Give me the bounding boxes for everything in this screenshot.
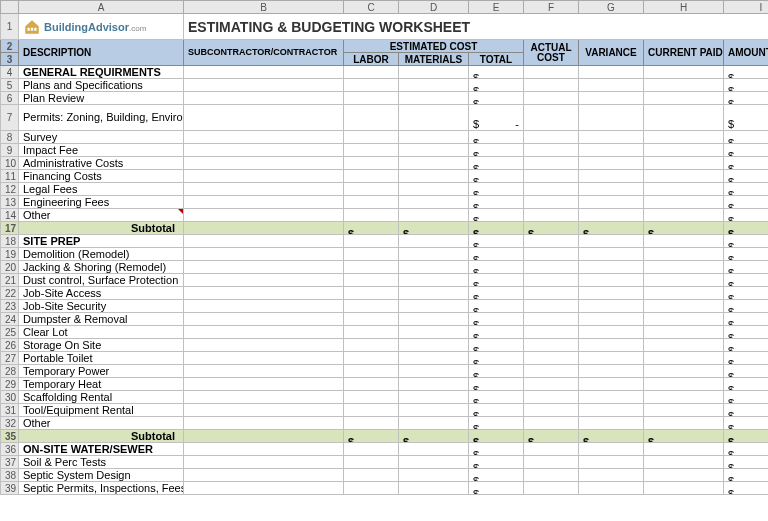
actual-cell[interactable] [524,92,579,105]
subcontractor-cell[interactable] [184,352,344,365]
amountdue-cell[interactable]: $- [724,417,769,430]
labor-cell[interactable] [344,443,399,456]
actual-cell[interactable] [524,261,579,274]
materials-cell[interactable] [399,339,469,352]
labor-cell[interactable] [344,391,399,404]
description-cell[interactable]: Clear Lot [19,326,184,339]
variance-cell[interactable] [579,456,644,469]
subcontractor-cell[interactable] [184,313,344,326]
subcontractor-cell[interactable] [184,209,344,222]
subcontractor-cell[interactable] [184,66,344,79]
variance-cell[interactable] [579,274,644,287]
total-cell[interactable]: $- [469,443,524,456]
subtotal-value[interactable]: $- [644,430,724,443]
variance-cell[interactable] [579,313,644,326]
materials-cell[interactable] [399,66,469,79]
labor-cell[interactable] [344,313,399,326]
description-cell[interactable]: Septic Permits, Inspections, Fees [19,482,184,495]
currentpaid-cell[interactable] [644,469,724,482]
description-cell[interactable]: GENERAL REQUIRMENTS [19,66,184,79]
total-cell[interactable]: $- [469,365,524,378]
actual-cell[interactable] [524,66,579,79]
variance-cell[interactable] [579,365,644,378]
row-header[interactable]: 36 [1,443,19,456]
currentpaid-cell[interactable] [644,196,724,209]
amountdue-cell[interactable]: $- [724,313,769,326]
variance-cell[interactable] [579,261,644,274]
description-cell[interactable]: Engineering Fees [19,196,184,209]
variance-cell[interactable] [579,183,644,196]
col-header-F[interactable]: F [524,1,579,14]
row-header[interactable]: 32 [1,417,19,430]
variance-cell[interactable] [579,209,644,222]
materials-cell[interactable] [399,417,469,430]
subcontractor-cell[interactable] [184,235,344,248]
subcontractor-cell[interactable] [184,365,344,378]
actual-cell[interactable] [524,326,579,339]
currentpaid-cell[interactable] [644,443,724,456]
labor-cell[interactable] [344,404,399,417]
row-header[interactable]: 38 [1,469,19,482]
description-cell[interactable]: Plans and Specifications [19,79,184,92]
actual-cell[interactable] [524,196,579,209]
labor-cell[interactable] [344,92,399,105]
subcontractor-cell[interactable] [184,79,344,92]
currentpaid-cell[interactable] [644,287,724,300]
subtotal-value[interactable]: $- [724,430,769,443]
materials-cell[interactable] [399,144,469,157]
amountdue-cell[interactable]: $- [724,456,769,469]
actual-cell[interactable] [524,391,579,404]
materials-cell[interactable] [399,92,469,105]
currentpaid-cell[interactable] [644,79,724,92]
labor-cell[interactable] [344,378,399,391]
labor-cell[interactable] [344,417,399,430]
currentpaid-cell[interactable] [644,482,724,495]
row-header[interactable]: 17 [1,222,19,235]
amountdue-cell[interactable]: $- [724,131,769,144]
currentpaid-cell[interactable] [644,157,724,170]
currentpaid-cell[interactable] [644,261,724,274]
variance-cell[interactable] [579,443,644,456]
subcontractor-cell[interactable] [184,183,344,196]
row-header[interactable]: 6 [1,92,19,105]
labor-cell[interactable] [344,131,399,144]
row-header[interactable]: 27 [1,352,19,365]
materials-cell[interactable] [399,404,469,417]
variance-cell[interactable] [579,469,644,482]
variance-cell[interactable] [579,326,644,339]
amountdue-cell[interactable]: $- [724,482,769,495]
col-header-B[interactable]: B [184,1,344,14]
labor-cell[interactable] [344,482,399,495]
currentpaid-cell[interactable] [644,235,724,248]
subcontractor-cell[interactable] [184,248,344,261]
amountdue-cell[interactable]: $- [724,144,769,157]
actual-cell[interactable] [524,352,579,365]
actual-cell[interactable] [524,300,579,313]
currentpaid-cell[interactable] [644,417,724,430]
amountdue-cell[interactable]: $- [724,391,769,404]
total-cell[interactable]: $- [469,469,524,482]
labor-cell[interactable] [344,339,399,352]
actual-cell[interactable] [524,287,579,300]
materials-cell[interactable] [399,456,469,469]
currentpaid-cell[interactable] [644,183,724,196]
row-header[interactable]: 23 [1,300,19,313]
subcontractor-cell[interactable] [184,456,344,469]
total-cell[interactable]: $- [469,92,524,105]
description-cell[interactable]: Tool/Equipment Rental [19,404,184,417]
subcontractor-cell[interactable] [184,339,344,352]
col-header-H[interactable]: H [644,1,724,14]
description-cell[interactable]: ON-SITE WATER/SEWER [19,443,184,456]
row-header[interactable]: 14 [1,209,19,222]
amountdue-cell[interactable]: $- [724,287,769,300]
total-cell[interactable]: $- [469,482,524,495]
subcontractor-cell[interactable] [184,443,344,456]
actual-cell[interactable] [524,235,579,248]
total-cell[interactable]: $- [469,183,524,196]
materials-cell[interactable] [399,170,469,183]
actual-cell[interactable] [524,313,579,326]
total-cell[interactable]: $- [469,326,524,339]
description-cell[interactable]: Legal Fees [19,183,184,196]
labor-cell[interactable] [344,235,399,248]
description-cell[interactable]: Dust control, Surface Protection [19,274,184,287]
